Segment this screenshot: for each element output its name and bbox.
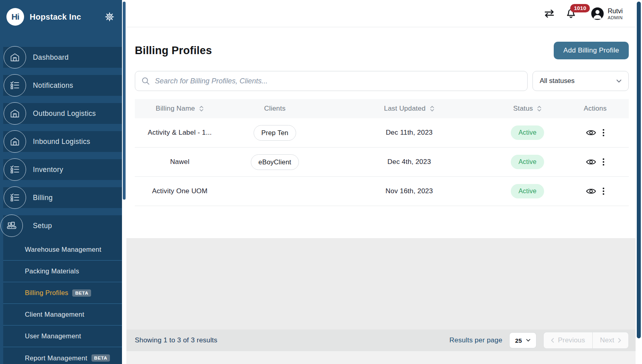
pager-group: Previous Next xyxy=(543,332,629,349)
table-row: Activity & Label - 1... Prep Ten Dec 11t… xyxy=(135,118,629,148)
column-header-clients: Clients xyxy=(225,105,325,113)
row-menu-button[interactable] xyxy=(603,188,604,195)
last-updated-cell: Dec 11th, 2023 xyxy=(325,129,494,137)
sidebar-setup-group: Setup Warehouse Management Packing Mater… xyxy=(3,215,122,364)
billing-profiles-table: Billing Name Clients Last Updated Status… xyxy=(135,99,629,206)
search-box xyxy=(135,71,528,91)
last-updated-cell: Dec 4th, 2023 xyxy=(325,158,494,166)
sidebar-item-inventory[interactable]: Inventory xyxy=(3,159,122,180)
conveyor-icon xyxy=(0,214,23,237)
topbar: 1010 Rutvi ADMIN xyxy=(126,0,642,27)
search-icon xyxy=(142,77,150,85)
status-filter-dropdown[interactable]: All statuses xyxy=(532,71,629,91)
eye-icon xyxy=(586,129,596,137)
billing-name-cell: Activity & Label - 1... xyxy=(135,129,225,137)
page-scrollbar[interactable] xyxy=(636,0,642,364)
sidebar-item-inbound-logistics[interactable]: Inbound Logistics xyxy=(3,131,122,152)
sidebar-subitem-user-management[interactable]: User Management xyxy=(3,326,122,347)
sidebar-scrollbar-thumb[interactable] xyxy=(123,2,126,200)
setup-submenu: Warehouse Management Packing Materials B… xyxy=(3,239,122,364)
sidebar-item-notifications[interactable]: Notifications xyxy=(3,75,122,96)
eye-icon xyxy=(586,158,596,166)
sidebar-subitem-warehouse-management[interactable]: Warehouse Management xyxy=(3,239,122,261)
warehouse-icon xyxy=(4,130,26,153)
notification-count-badge: 1010 xyxy=(570,4,590,12)
checklist-icon xyxy=(4,74,26,97)
sidebar-item-dashboard[interactable]: Dashboard xyxy=(3,47,122,68)
sidebar-item-label: Inbound Logistics xyxy=(33,138,90,146)
previous-button[interactable]: Previous xyxy=(544,332,592,348)
table-row: Nawel eBoyClient Dec 4th, 2023 Active xyxy=(135,148,629,177)
clients-cell: Prep Ten xyxy=(225,125,325,141)
row-menu-button[interactable] xyxy=(603,129,604,136)
column-header-last-updated[interactable]: Last Updated xyxy=(325,105,494,113)
sidebar-item-billing[interactable]: Billing xyxy=(3,187,122,208)
last-updated-cell: Nov 16th, 2023 xyxy=(325,187,494,195)
status-cell: Active xyxy=(494,125,562,140)
status-cell: Active xyxy=(494,155,562,169)
notifications-bell[interactable]: 1010 xyxy=(565,8,577,20)
kebab-icon xyxy=(603,188,604,195)
sidebar-subitem-client-management[interactable]: Client Management xyxy=(3,304,122,326)
sidebar-item-setup[interactable]: Setup xyxy=(3,215,122,236)
switch-warehouse-icon[interactable] xyxy=(543,8,555,19)
user-menu[interactable]: Rutvi ADMIN xyxy=(591,7,623,20)
checklist-icon xyxy=(4,186,26,209)
actions-cell xyxy=(562,158,629,166)
user-role: ADMIN xyxy=(607,15,623,20)
sidebar-subitem-report-management[interactable]: Report Management BETA xyxy=(3,347,122,364)
client-pill: Prep Ten xyxy=(254,125,296,141)
table-row: Activity One UOM Nov 16th, 2023 Active xyxy=(135,177,629,206)
view-button[interactable] xyxy=(586,129,596,137)
pagination-controls: Results per page 25 Previous Next xyxy=(449,332,629,349)
sidebar-item-label: Outbound Logistics xyxy=(33,109,96,118)
results-per-page-value: 25 xyxy=(515,337,522,344)
view-button[interactable] xyxy=(586,187,596,195)
results-per-page-dropdown[interactable]: 25 xyxy=(509,332,537,348)
sidebar-item-outbound-logistics[interactable]: Outbound Logistics xyxy=(3,103,122,124)
sidebar-subitem-billing-profiles[interactable]: Billing Profiles BETA xyxy=(3,282,122,304)
client-pill: eBoyClient xyxy=(251,154,299,170)
sidebar-item-label: Notifications xyxy=(33,81,73,90)
checklist-icon xyxy=(4,158,26,181)
eye-icon xyxy=(586,187,596,195)
actions-cell xyxy=(562,129,629,137)
sort-icon xyxy=(199,105,204,112)
brand-name: Hopstack Inc xyxy=(30,12,104,22)
warehouse-icon xyxy=(4,46,26,69)
filter-controls: All statuses xyxy=(126,71,642,91)
backdrop-lower xyxy=(126,351,642,364)
sidebar-item-label: Setup xyxy=(33,222,52,230)
chevron-down-icon xyxy=(526,339,530,342)
sort-icon xyxy=(430,105,435,112)
sidebar-subitem-packing-materials[interactable]: Packing Materials xyxy=(3,261,122,282)
pagination-footer: Showing 1 to 3 of 3 results Results per … xyxy=(126,330,642,351)
results-summary: Showing 1 to 3 of 3 results xyxy=(135,336,217,344)
brand-logo[interactable]: Hi xyxy=(6,8,24,26)
page-scrollbar-thumb[interactable] xyxy=(637,2,641,338)
sidebar-scrollbar[interactable] xyxy=(122,0,126,364)
sidebar-item-label: Dashboard xyxy=(33,53,69,62)
row-menu-button[interactable] xyxy=(603,158,604,166)
content-backdrop: Showing 1 to 3 of 3 results Results per … xyxy=(126,238,642,364)
brand-monogram: Hi xyxy=(12,12,19,22)
sidebar-header: Hi Hopstack Inc xyxy=(0,0,122,26)
chevron-left-icon xyxy=(551,338,554,343)
page-title: Billing Profiles xyxy=(135,44,212,57)
billing-name-cell: Activity One UOM xyxy=(135,187,225,195)
column-header-status[interactable]: Status xyxy=(494,105,562,113)
sidebar-item-label: Billing xyxy=(33,194,53,202)
main-area: 1010 Rutvi ADMIN Billing Profiles Add Bi… xyxy=(126,0,642,364)
add-billing-profile-button[interactable]: Add Billing Profile xyxy=(554,42,629,59)
user-name: Rutvi xyxy=(607,7,623,15)
status-badge: Active xyxy=(511,125,544,140)
column-header-actions: Actions xyxy=(562,105,629,113)
billing-name-cell: Nawel xyxy=(135,158,225,166)
search-input[interactable] xyxy=(155,77,521,85)
user-meta: Rutvi ADMIN xyxy=(607,7,623,20)
next-button[interactable]: Next xyxy=(592,332,628,348)
settings-gear-icon[interactable] xyxy=(104,12,115,22)
column-header-billing-name[interactable]: Billing Name xyxy=(135,105,225,113)
kebab-icon xyxy=(603,158,604,166)
view-button[interactable] xyxy=(586,158,596,166)
